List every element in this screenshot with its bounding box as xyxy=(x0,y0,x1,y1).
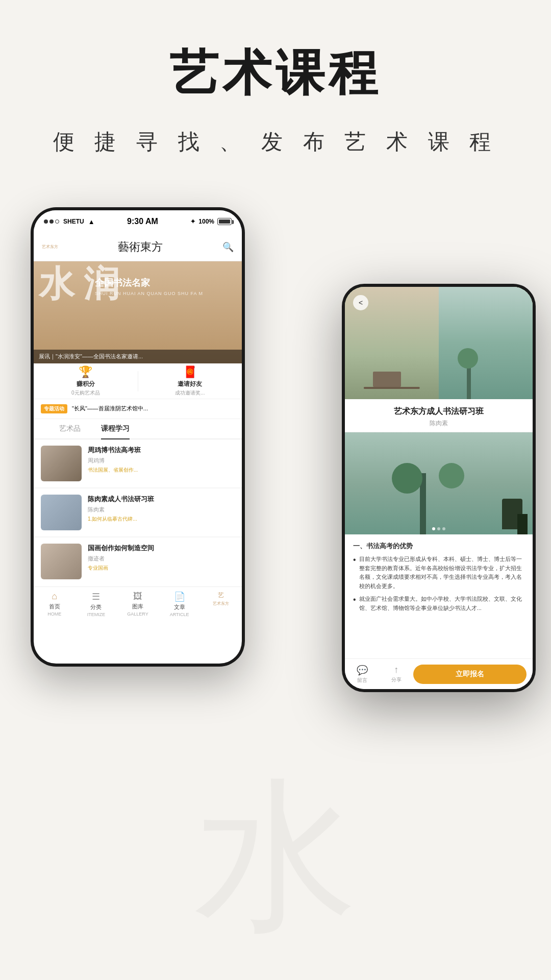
bottom-navigation: ⌂ 首页 HOME ☰ 分类 ITEMIZE 🖼 图库 GALLERY 📄 文章 xyxy=(34,586,242,622)
nav-gallery-cn: 图库 xyxy=(132,603,143,610)
register-button[interactable]: 立即报名 xyxy=(413,665,527,684)
course-item-1[interactable]: 周鸡博书法高考班 周鸡博 书法国展、省展创作... xyxy=(34,439,242,487)
progress-dot-3 xyxy=(442,527,445,530)
course-tag-2: 1.如何从临摹古代碑... xyxy=(88,516,137,523)
article-icon: 📄 xyxy=(174,591,185,602)
bullet-dot-2: • xyxy=(353,595,356,604)
app-navbar: 艺术东方 藝術東方 🔍 xyxy=(34,233,242,261)
course-title-1: 周鸡博书法高考班 xyxy=(88,446,235,455)
teacher-avatar-1 xyxy=(41,446,82,481)
course-title-3: 国画创作如何制造空间 xyxy=(88,544,235,553)
course-thumb-3 xyxy=(41,544,82,579)
banner-latin: SHUI RUN HUAI AN QUAN GUO SHU FA M xyxy=(95,291,203,296)
nav-itemize-en: ITEMIZE xyxy=(87,612,106,617)
course-title-2: 陈肉素成人书法研习班 xyxy=(88,495,235,504)
banner-bottom-text: 展讯｜"水润淮安"——全国书法名家邀请... xyxy=(34,350,242,363)
status-time: 9:30 AM xyxy=(127,217,158,226)
course-info-2: 陈肉素成人书法研习班 陈肉素 1.如何从临摹古代碑... xyxy=(88,495,235,523)
bullet-text-1: 目前大学书法专业已形成从专科、本科、硕士、博士、博士后等一整套完整的教育体系。近… xyxy=(359,555,524,591)
nav-home-cn: 首页 xyxy=(49,603,60,610)
battery-label: 100% xyxy=(198,218,214,225)
course-tabs: 艺术品 课程学习 xyxy=(34,419,242,439)
comment-button[interactable]: 💬 留言 xyxy=(345,665,379,684)
course-info-3: 国画创作如何制造空间 撤迹者 专业国画 xyxy=(88,544,235,572)
detail-second-image xyxy=(345,432,533,534)
course-list: 周鸡博书法高考班 周鸡博 书法国展、省展创作... 陈肉素成人书法研习班 陈肉 xyxy=(34,439,242,585)
background-decoration: 水 xyxy=(0,776,551,980)
activity-text: "长风"——首届淮阴艺术馆中... xyxy=(72,405,148,411)
share-label: 分享 xyxy=(391,676,402,683)
left-phone: SHETU ▲ 9:30 AM ✦ 100% 艺术东方 藝術東方 � xyxy=(31,207,245,667)
signal-dot-2 xyxy=(49,219,54,224)
page-title: 艺术课程 xyxy=(0,41,551,107)
signal-dots xyxy=(44,219,59,224)
course-tags-3: 专业国画 xyxy=(88,565,235,572)
course-teacher-3: 撤迹者 xyxy=(88,555,235,562)
reward-label-1: 赚积分 xyxy=(77,380,95,388)
bullet-1: • 目前大学书法专业已形成从专科、本科、硕士、博士、博士后等一整套完整的教育体系… xyxy=(353,555,524,591)
comment-icon: 💬 xyxy=(357,665,368,676)
progress-dots xyxy=(432,527,445,530)
nav-gallery[interactable]: 🖼 图库 GALLERY xyxy=(117,591,159,617)
progress-dot-2 xyxy=(437,527,440,530)
reward-sub-2: 成功邀请奖... xyxy=(175,389,205,397)
bullet-dot-1: • xyxy=(353,555,356,565)
logo-brand: 艺术东方 xyxy=(42,244,58,250)
nav-logo[interactable]: 艺 艺术东方 xyxy=(200,591,242,606)
gallery-icon: 🖼 xyxy=(133,591,142,602)
activity-tag: 专题活动 xyxy=(41,404,67,413)
course-item-3[interactable]: 国画创作如何制造空间 撤迹者 专业国画 xyxy=(34,537,242,585)
app-banner[interactable]: 水 润 全国书法名家 SHUI RUN HUAI AN QUAN GUO SHU… xyxy=(34,261,242,363)
logo-area: 艺术东方 xyxy=(42,244,58,250)
banner-title: 全国书法名家 xyxy=(95,277,203,289)
nav-article[interactable]: 📄 文章 ARTICLE xyxy=(159,591,201,617)
nav-article-cn: 文章 xyxy=(174,603,185,611)
detail-title: 艺术东方成人书法研习班 xyxy=(353,406,524,417)
share-button[interactable]: ↑ 分享 xyxy=(379,665,413,683)
reward-item-1[interactable]: 🏆 赚积分 0元购艺术品 xyxy=(34,365,138,397)
app-logo-text: 藝術東方 xyxy=(58,239,222,255)
progress-dot-1 xyxy=(432,527,435,530)
status-bar: SHETU ▲ 9:30 AM ✦ 100% xyxy=(34,210,242,233)
register-label: 立即报名 xyxy=(456,670,484,678)
wifi-icon: ▲ xyxy=(88,218,95,226)
logo-nav-icon: 艺 xyxy=(218,591,224,600)
course-tags-1: 书法国展、省展创作... xyxy=(88,467,235,474)
detail-teacher: 陈肉素 xyxy=(353,419,524,428)
course-tag-3: 专业国画 xyxy=(88,565,108,572)
bluetooth-icon: ✦ xyxy=(190,218,195,225)
status-right: ✦ 100% xyxy=(190,218,232,225)
battery-icon xyxy=(217,218,232,225)
bullet-text-2: 就业面广社会需求量大。如中小学校、大学书法院校、文联、文化馆、艺术馆、博物馆等企… xyxy=(359,595,524,612)
nav-home-en: HOME xyxy=(47,611,61,617)
tab-art[interactable]: 艺术品 xyxy=(49,419,91,438)
reward-item-2[interactable]: 🧧 邀请好友 成功邀请奖... xyxy=(138,365,242,397)
course-info-1: 周鸡博书法高考班 周鸡博 书法国展、省展创作... xyxy=(88,446,235,474)
home-icon: ⌂ xyxy=(52,591,57,602)
banner-subtitle: 全国书法名家 SHUI RUN HUAI AN QUAN GUO SHU FA … xyxy=(95,277,203,296)
page-subtitle: 便 捷 寻 找 、 发 布 艺 术 课 程 xyxy=(0,128,551,156)
right-phone-inner: < 艺术东方成人书法研习班 陈肉素 xyxy=(345,287,533,689)
share-icon: ↑ xyxy=(394,665,398,675)
back-icon: < xyxy=(359,299,363,307)
course-thumb-2 xyxy=(41,495,82,530)
search-button[interactable]: 🔍 xyxy=(222,241,234,253)
itemize-icon: ☰ xyxy=(92,591,100,602)
teacher-avatar-3 xyxy=(41,544,82,579)
special-activity[interactable]: 专题活动 "长风"——首届淮阴艺术馆中... xyxy=(34,399,242,419)
teacher-avatar-2 xyxy=(41,495,82,530)
tab-course[interactable]: 课程学习 xyxy=(91,419,140,438)
trophy-icon: 🏆 xyxy=(79,365,92,379)
detail-title-bar: 艺术东方成人书法研习班 陈肉素 xyxy=(345,399,533,432)
left-phone-inner: SHETU ▲ 9:30 AM ✦ 100% 艺术东方 藝術東方 � xyxy=(34,210,242,664)
back-button[interactable]: < xyxy=(353,295,368,310)
nav-itemize[interactable]: ☰ 分类 ITEMIZE xyxy=(76,591,117,617)
nav-home[interactable]: ⌂ 首页 HOME xyxy=(34,591,76,617)
course-teacher-1: 周鸡博 xyxy=(88,457,235,464)
signal-dot-3 xyxy=(55,219,59,224)
battery-fill xyxy=(219,219,230,224)
detail-content: 一、书法高考的优势 • 目前大学书法专业已形成从专科、本科、硕士、博士、博士后等… xyxy=(345,534,533,624)
nav-article-en: ARTICLE xyxy=(170,612,189,617)
course-item-2[interactable]: 陈肉素成人书法研习班 陈肉素 1.如何从临摹古代碑... xyxy=(34,488,242,536)
gift-icon: 🧧 xyxy=(183,365,197,379)
